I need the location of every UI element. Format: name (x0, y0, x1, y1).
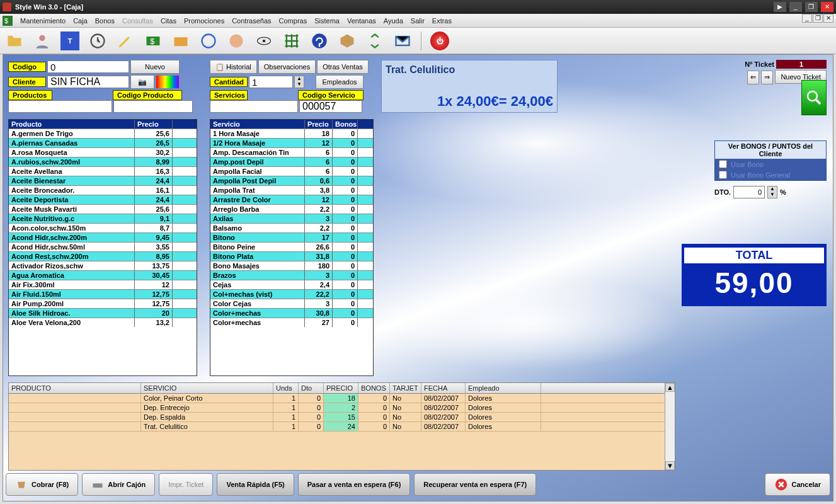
servicio-search-input[interactable] (210, 100, 298, 113)
table-row[interactable]: A.germen De Trigo25,6 (9, 129, 197, 138)
table-row[interactable]: 1 Hora Masaje180 (210, 129, 373, 138)
cobrar-button[interactable]: Cobrar (F8) (6, 473, 78, 496)
table-row[interactable]: Color+mechas30,80 (210, 308, 373, 318)
menu-bonos[interactable]: Bonos (95, 17, 115, 25)
table-row[interactable]: Acon.color,schw.150m8,7 (9, 223, 197, 232)
empleados-button[interactable]: Empleados (316, 75, 364, 89)
play-icon[interactable]: ▶ (774, 2, 786, 12)
table-row[interactable]: Acond Rest,schw.200m8,95 (9, 251, 197, 261)
user-icon[interactable] (33, 32, 52, 50)
srv-hdr-bonos[interactable]: Bonos (333, 120, 358, 129)
cart-hdr[interactable]: Unds (273, 383, 299, 393)
menu-promociones[interactable]: Promociones (184, 17, 224, 25)
menu-ayuda[interactable]: Ayuda (384, 17, 403, 25)
cart-hdr[interactable]: Dto (299, 383, 324, 393)
card-icon[interactable] (171, 32, 190, 50)
face-icon[interactable] (227, 32, 246, 50)
eye-icon[interactable] (255, 32, 273, 50)
table-row[interactable]: Arreglo Barba2,20 (210, 204, 373, 214)
table-row[interactable]: Aceite Nutritivo.g.c9,1 (9, 214, 197, 223)
codigo-input[interactable] (47, 60, 129, 73)
ticket-next-button[interactable]: ⇒ (761, 71, 773, 84)
impr-ticket-button[interactable]: Impr. Ticket (159, 473, 213, 496)
table-row[interactable]: Air Fluid.150ml12,75 (9, 289, 197, 299)
table-row[interactable]: Air Fix.300ml12 (9, 280, 197, 289)
menu-caja[interactable]: Caja (73, 17, 88, 25)
table-row[interactable]: Aceite Deportista24,4 (9, 195, 197, 204)
cantidad-spinner[interactable]: ▲▼ (294, 76, 304, 88)
menu-salir[interactable]: Salir (411, 17, 425, 25)
table-row[interactable]: Acond Hidr,schw.200m9,45 (9, 232, 197, 242)
maximize-button[interactable]: ❐ (805, 2, 818, 12)
text-icon[interactable]: T (60, 32, 79, 50)
table-row[interactable]: Bitono Peine26,60 (210, 242, 373, 251)
table-row[interactable]: Ampolla Facial60 (210, 166, 373, 176)
menu-citas[interactable]: Citas (161, 17, 176, 25)
minimize-button[interactable]: _ (789, 2, 802, 12)
table-row[interactable]: A.rubios,schw.200ml8,99 (9, 157, 197, 166)
dto-spinner[interactable]: ▲▼ (767, 186, 777, 198)
table-row[interactable]: Arrastre De Color120 (210, 195, 373, 204)
table-row[interactable]: Amp. Descamación Tin60 (210, 147, 373, 157)
recycle-icon[interactable] (365, 32, 384, 50)
table-row[interactable]: Acond Hidr,schw.50ml3,55 (9, 242, 197, 251)
srv-hdr-price[interactable]: Precio (305, 120, 333, 129)
menu-compras[interactable]: Compras (279, 17, 307, 25)
nuevo-button[interactable]: Nuevo (130, 60, 180, 74)
codigo-servicio-input[interactable] (299, 100, 362, 113)
srv-hdr-name[interactable]: Servicio (210, 120, 305, 129)
money-icon[interactable]: $ (144, 32, 163, 50)
table-row[interactable]: Ampolla Post Depil0,60 (210, 176, 373, 185)
mdi-restore[interactable]: ❐ (813, 14, 823, 23)
menu-mantenimiento[interactable]: Mantenimiento (20, 17, 66, 25)
table-row[interactable]: Brazos30 (210, 270, 373, 280)
menu-contraseñas[interactable]: Contraseñas (232, 17, 271, 25)
cart-row[interactable]: Dep. Espalda10150No08/02/2007Dolores (9, 413, 675, 422)
table-row[interactable]: Col+mechas (vist)22,20 (210, 289, 373, 299)
ver-bonos-button[interactable]: Ver BONOS / PUNTOS del Cliente (715, 141, 826, 159)
table-row[interactable]: A.piernas Cansadas26,5 (9, 138, 197, 147)
venta-rapida-button[interactable]: Venta Rápida (F5) (217, 473, 294, 496)
table-row[interactable]: Color+mechas270 (210, 318, 373, 327)
cart-hdr[interactable]: PRECIO (324, 383, 358, 393)
menu-sistema[interactable]: Sistema (314, 17, 340, 25)
table-row[interactable]: Balsamo2,20 (210, 223, 373, 232)
table-row[interactable]: Aceite Avellana16,3 (9, 166, 197, 176)
key-icon[interactable] (310, 32, 329, 50)
table-row[interactable]: A.rosa Mosqueta30,2 (9, 147, 197, 157)
pasar-espera-button[interactable]: Pasar a venta en espera (F6) (298, 473, 411, 496)
cart-hdr[interactable]: Empleado (466, 383, 541, 393)
table-row[interactable]: Color Cejas30 (210, 299, 373, 308)
table-row[interactable]: Ampolla Trat3,80 (210, 185, 373, 195)
recuperar-espera-button[interactable]: Recuperar venta en espera (F7) (414, 473, 536, 496)
table-row[interactable]: Cejas2,40 (210, 280, 373, 289)
big-search-button[interactable] (801, 80, 827, 115)
grid-icon[interactable] (282, 32, 301, 50)
close-button[interactable]: ✕ (821, 2, 833, 12)
cart-hdr[interactable]: PRODUCTO (9, 383, 141, 393)
power-icon[interactable]: ⏻ (430, 32, 449, 50)
folder-icon[interactable] (5, 32, 24, 50)
table-row[interactable]: Activador Rizos,schw13,75 (9, 261, 197, 270)
table-row[interactable]: Aloe Silk Hidroac.20 (9, 308, 197, 318)
cart-hdr[interactable]: FECHA (421, 383, 466, 393)
servicios-body[interactable]: 1 Hora Masaje1801/2 Hora Masaje120Amp. D… (210, 129, 373, 374)
abrir-cajon-button[interactable]: Abrir Cajón (82, 473, 155, 496)
usar-bono-gen-check[interactable]: Usar Bono General (715, 169, 826, 180)
cart-hdr[interactable]: SERVICIO (141, 383, 273, 393)
camera-button[interactable]: 📷 (130, 75, 154, 89)
table-row[interactable]: Air Pump.200ml12,75 (9, 299, 197, 308)
table-row[interactable]: Aceite Bronceador.16,1 (9, 185, 197, 195)
producto-search-input[interactable] (8, 100, 112, 113)
table-row[interactable]: Aceite Bienestar24,4 (9, 176, 197, 185)
table-row[interactable]: Bitono170 (210, 232, 373, 242)
palette-button[interactable] (156, 75, 180, 89)
table-row[interactable]: Aceite Musk Pavarti25,6 (9, 204, 197, 214)
table-row[interactable]: 1/2 Hora Masaje120 (210, 138, 373, 147)
observaciones-button[interactable]: Observaciones (258, 60, 316, 74)
mail-icon[interactable] (393, 32, 412, 50)
cart-hdr[interactable]: TARJET (390, 383, 421, 393)
prod-hdr-name[interactable]: Producto (9, 120, 135, 129)
table-row[interactable]: Bono Masajes1800 (210, 261, 373, 270)
mdi-minimize[interactable]: _ (802, 14, 812, 23)
